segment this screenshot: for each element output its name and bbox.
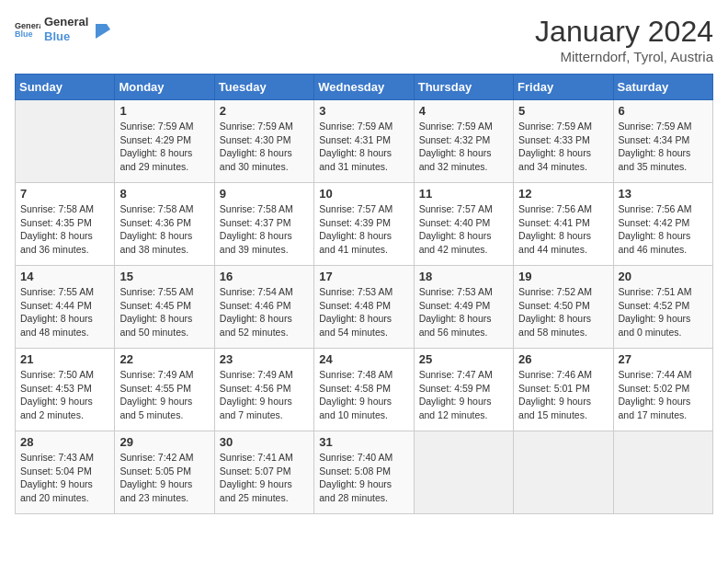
day-number: 31 xyxy=(319,435,408,449)
day-detail: Sunrise: 7:56 AMSunset: 4:41 PMDaylight:… xyxy=(518,202,608,257)
calendar-cell: 15Sunrise: 7:55 AMSunset: 4:45 PMDayligh… xyxy=(115,266,214,349)
day-number: 30 xyxy=(220,435,309,449)
day-number: 21 xyxy=(20,352,109,366)
calendar-cell: 18Sunrise: 7:53 AMSunset: 4:49 PMDayligh… xyxy=(414,266,513,349)
day-detail: Sunrise: 7:58 AMSunset: 4:36 PMDaylight:… xyxy=(119,202,209,257)
calendar-cell: 26Sunrise: 7:46 AMSunset: 5:01 PMDayligh… xyxy=(514,349,613,431)
calendar-cell: 25Sunrise: 7:47 AMSunset: 4:59 PMDayligh… xyxy=(414,349,513,431)
calendar-cell: 3Sunrise: 7:59 AMSunset: 4:31 PMDaylight… xyxy=(314,100,414,183)
day-number: 10 xyxy=(319,187,408,201)
title-block: January 2024 Mitterndorf, Tyrol, Austria xyxy=(535,15,713,64)
calendar-cell: 2Sunrise: 7:59 AMSunset: 4:30 PMDaylight… xyxy=(214,100,313,183)
calendar-cell: 5Sunrise: 7:59 AMSunset: 4:33 PMDaylight… xyxy=(514,100,613,183)
calendar-cell: 19Sunrise: 7:52 AMSunset: 4:50 PMDayligh… xyxy=(514,266,613,349)
calendar-subtitle: Mitterndorf, Tyrol, Austria xyxy=(535,49,713,64)
column-header-monday: Monday xyxy=(115,75,214,100)
day-detail: Sunrise: 7:40 AMSunset: 5:08 PMDaylight:… xyxy=(319,451,408,505)
calendar-cell: 22Sunrise: 7:49 AMSunset: 4:55 PMDayligh… xyxy=(115,349,214,431)
day-number: 29 xyxy=(119,435,209,449)
calendar-cell: 20Sunrise: 7:51 AMSunset: 4:52 PMDayligh… xyxy=(613,266,712,349)
calendar-header-row: SundayMondayTuesdayWednesdayThursdayFrid… xyxy=(16,75,713,100)
day-number: 1 xyxy=(119,104,209,118)
column-header-friday: Friday xyxy=(514,75,613,100)
day-number: 14 xyxy=(20,270,109,283)
day-detail: Sunrise: 7:53 AMSunset: 4:49 PMDaylight:… xyxy=(419,285,508,339)
calendar-cell: 10Sunrise: 7:57 AMSunset: 4:39 PMDayligh… xyxy=(314,183,414,266)
day-number: 8 xyxy=(119,187,209,201)
day-number: 20 xyxy=(619,270,708,283)
column-header-thursday: Thursday xyxy=(414,75,513,100)
day-detail: Sunrise: 7:51 AMSunset: 4:52 PMDaylight:… xyxy=(619,285,708,339)
day-number: 23 xyxy=(220,352,309,366)
day-number: 27 xyxy=(619,352,708,366)
day-detail: Sunrise: 7:53 AMSunset: 4:48 PMDaylight:… xyxy=(319,285,408,339)
day-number: 28 xyxy=(20,435,109,449)
day-detail: Sunrise: 7:59 AMSunset: 4:32 PMDaylight:… xyxy=(419,120,508,174)
calendar-cell: 29Sunrise: 7:42 AMSunset: 5:05 PMDayligh… xyxy=(115,431,214,514)
day-number: 25 xyxy=(419,352,508,366)
day-number: 9 xyxy=(220,187,309,201)
day-number: 26 xyxy=(518,352,608,366)
day-detail: Sunrise: 7:54 AMSunset: 4:46 PMDaylight:… xyxy=(220,285,309,339)
calendar-table: SundayMondayTuesdayWednesdayThursdayFrid… xyxy=(15,74,713,514)
day-detail: Sunrise: 7:43 AMSunset: 5:04 PMDaylight:… xyxy=(20,451,109,505)
svg-marker-3 xyxy=(96,24,110,39)
day-detail: Sunrise: 7:42 AMSunset: 5:05 PMDaylight:… xyxy=(119,451,209,505)
column-header-wednesday: Wednesday xyxy=(314,75,414,100)
calendar-cell: 12Sunrise: 7:56 AMSunset: 4:41 PMDayligh… xyxy=(514,183,613,266)
calendar-title: January 2024 xyxy=(535,15,713,49)
calendar-cell: 8Sunrise: 7:58 AMSunset: 4:36 PMDaylight… xyxy=(115,183,214,266)
day-number: 16 xyxy=(220,270,309,283)
day-number: 19 xyxy=(518,270,608,283)
calendar-cell xyxy=(414,431,513,514)
day-detail: Sunrise: 7:49 AMSunset: 4:55 PMDaylight:… xyxy=(119,368,209,422)
day-number: 18 xyxy=(419,270,508,283)
day-detail: Sunrise: 7:59 AMSunset: 4:31 PMDaylight:… xyxy=(319,120,408,174)
day-number: 17 xyxy=(319,270,408,283)
day-number: 12 xyxy=(518,187,608,201)
calendar-week-row: 14Sunrise: 7:55 AMSunset: 4:44 PMDayligh… xyxy=(16,266,713,349)
calendar-cell: 11Sunrise: 7:57 AMSunset: 4:40 PMDayligh… xyxy=(414,183,513,266)
calendar-cell: 6Sunrise: 7:59 AMSunset: 4:34 PMDaylight… xyxy=(613,100,712,183)
calendar-cell: 23Sunrise: 7:49 AMSunset: 4:56 PMDayligh… xyxy=(214,349,313,431)
day-detail: Sunrise: 7:59 AMSunset: 4:29 PMDaylight:… xyxy=(119,120,209,174)
day-detail: Sunrise: 7:55 AMSunset: 4:44 PMDaylight:… xyxy=(20,285,109,339)
day-detail: Sunrise: 7:44 AMSunset: 5:02 PMDaylight:… xyxy=(619,368,708,422)
calendar-cell: 17Sunrise: 7:53 AMSunset: 4:48 PMDayligh… xyxy=(314,266,414,349)
calendar-cell xyxy=(514,431,613,514)
calendar-cell: 27Sunrise: 7:44 AMSunset: 5:02 PMDayligh… xyxy=(613,349,712,431)
calendar-cell: 1Sunrise: 7:59 AMSunset: 4:29 PMDaylight… xyxy=(115,100,214,183)
day-number: 4 xyxy=(419,104,508,118)
calendar-week-row: 7Sunrise: 7:58 AMSunset: 4:35 PMDaylight… xyxy=(16,183,713,266)
day-number: 5 xyxy=(518,104,608,118)
calendar-cell: 4Sunrise: 7:59 AMSunset: 4:32 PMDaylight… xyxy=(414,100,513,183)
svg-text:Blue: Blue xyxy=(15,29,33,39)
svg-text:General: General xyxy=(15,20,40,29)
calendar-cell: 14Sunrise: 7:55 AMSunset: 4:44 PMDayligh… xyxy=(16,266,115,349)
calendar-cell: 28Sunrise: 7:43 AMSunset: 5:04 PMDayligh… xyxy=(16,431,115,514)
calendar-week-row: 21Sunrise: 7:50 AMSunset: 4:53 PMDayligh… xyxy=(16,349,713,431)
day-number: 6 xyxy=(619,104,708,118)
calendar-cell: 9Sunrise: 7:58 AMSunset: 4:37 PMDaylight… xyxy=(214,183,313,266)
calendar-cell: 31Sunrise: 7:40 AMSunset: 5:08 PMDayligh… xyxy=(314,431,414,514)
day-detail: Sunrise: 7:50 AMSunset: 4:53 PMDaylight:… xyxy=(20,368,109,422)
calendar-cell: 16Sunrise: 7:54 AMSunset: 4:46 PMDayligh… xyxy=(214,266,313,349)
calendar-cell: 7Sunrise: 7:58 AMSunset: 4:35 PMDaylight… xyxy=(16,183,115,266)
day-detail: Sunrise: 7:47 AMSunset: 4:59 PMDaylight:… xyxy=(419,368,508,422)
day-number: 3 xyxy=(319,104,408,118)
calendar-week-row: 28Sunrise: 7:43 AMSunset: 5:04 PMDayligh… xyxy=(16,431,713,514)
calendar-cell: 30Sunrise: 7:41 AMSunset: 5:07 PMDayligh… xyxy=(214,431,313,514)
calendar-cell xyxy=(613,431,712,514)
calendar-cell: 13Sunrise: 7:56 AMSunset: 4:42 PMDayligh… xyxy=(613,183,712,266)
day-number: 13 xyxy=(619,187,708,201)
day-detail: Sunrise: 7:52 AMSunset: 4:50 PMDaylight:… xyxy=(518,285,608,339)
day-detail: Sunrise: 7:41 AMSunset: 5:07 PMDaylight:… xyxy=(220,451,309,505)
day-detail: Sunrise: 7:58 AMSunset: 4:35 PMDaylight:… xyxy=(20,202,109,257)
day-detail: Sunrise: 7:59 AMSunset: 4:33 PMDaylight:… xyxy=(518,120,608,174)
day-detail: Sunrise: 7:48 AMSunset: 4:58 PMDaylight:… xyxy=(319,368,408,422)
day-number: 7 xyxy=(20,187,109,201)
calendar-cell: 21Sunrise: 7:50 AMSunset: 4:53 PMDayligh… xyxy=(16,349,115,431)
day-detail: Sunrise: 7:56 AMSunset: 4:42 PMDaylight:… xyxy=(619,202,708,257)
calendar-cell xyxy=(16,100,115,183)
day-detail: Sunrise: 7:49 AMSunset: 4:56 PMDaylight:… xyxy=(220,368,309,422)
